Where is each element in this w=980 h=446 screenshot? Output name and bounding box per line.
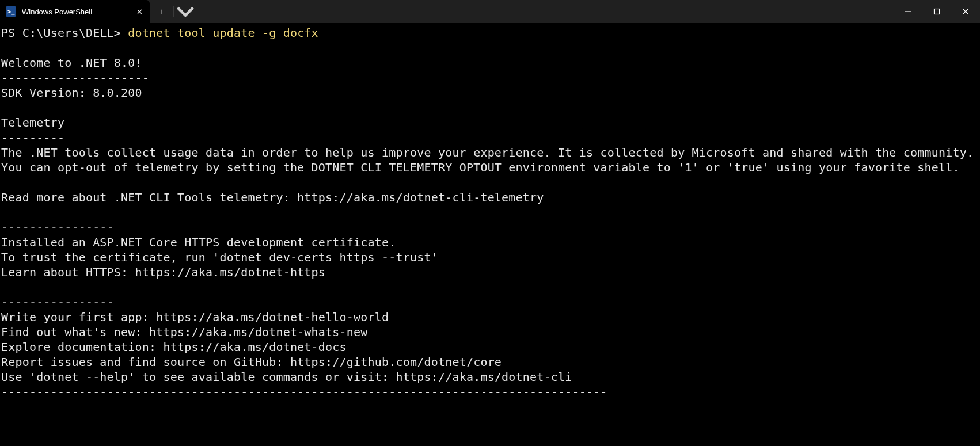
tab-dropdown-button[interactable] (174, 0, 197, 23)
tab-active[interactable]: >_ Windows PowerShell ✕ (0, 0, 150, 23)
terminal-body: Welcome to .NET 8.0! -------------------… (1, 56, 980, 399)
command-text: dotnet tool update -g docfx (128, 26, 318, 40)
terminal-output[interactable]: PS C:\Users\DELL> dotnet tool update -g … (0, 23, 980, 446)
window-controls (894, 0, 980, 23)
chevron-down-icon (174, 0, 197, 23)
titlebar-drag-area[interactable] (197, 0, 894, 23)
svg-rect-1 (935, 9, 940, 14)
maximize-icon (933, 8, 940, 15)
new-tab-button[interactable]: + (150, 0, 173, 23)
close-window-button[interactable] (951, 0, 980, 23)
tab-title: Windows PowerShell (22, 7, 111, 16)
minimize-icon (905, 8, 911, 15)
minimize-button[interactable] (894, 0, 922, 23)
prompt: PS C:\Users\DELL> (1, 26, 128, 40)
tab-close-button[interactable]: ✕ (134, 6, 145, 17)
tab-actions: + (150, 0, 197, 23)
maximize-button[interactable] (922, 0, 951, 23)
powershell-icon: >_ (6, 6, 16, 17)
titlebar: >_ Windows PowerShell ✕ + (0, 0, 980, 23)
close-icon (962, 8, 969, 15)
